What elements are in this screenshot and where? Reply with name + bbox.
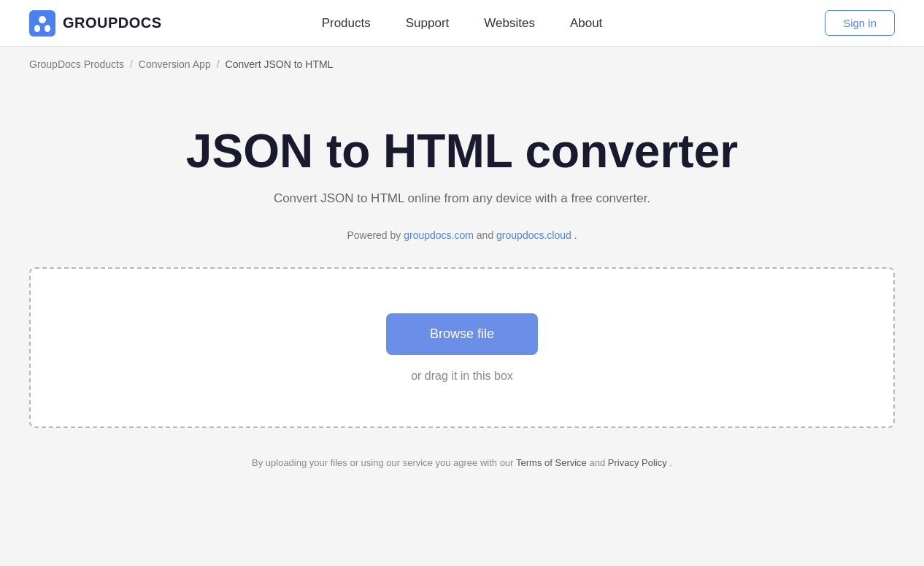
footer-note-prefix: By uploading your files or using our ser…	[252, 457, 516, 468]
footer-and: and	[589, 457, 607, 468]
nav-about[interactable]: About	[570, 16, 602, 31]
nav-support[interactable]: Support	[406, 16, 450, 31]
breadcrumb-separator-1: /	[130, 58, 133, 70]
footer-note: By uploading your files or using our ser…	[252, 457, 672, 468]
breadcrumb-conversion-app[interactable]: Conversion App	[139, 58, 211, 70]
logo-text: GROUPDOCS	[63, 15, 162, 31]
breadcrumb-separator-2: /	[217, 58, 220, 70]
terms-of-service-link[interactable]: Terms of Service	[516, 457, 587, 468]
svg-point-1	[39, 16, 46, 23]
nav-products[interactable]: Products	[322, 16, 371, 31]
svg-point-3	[45, 25, 50, 32]
signin-button[interactable]: Sign in	[825, 10, 895, 36]
breadcrumb: GroupDocs Products / Conversion App / Co…	[0, 47, 924, 82]
powered-by-text: Powered by	[347, 229, 404, 241]
powered-by: Powered by groupdocs.com and groupdocs.c…	[347, 229, 577, 241]
nav-websites[interactable]: Websites	[484, 16, 535, 31]
logo-area: GROUPDOCS	[29, 10, 162, 37]
drag-hint-text: or drag it in this box	[411, 370, 513, 383]
breadcrumb-groupdocs-products[interactable]: GroupDocs Products	[29, 58, 124, 70]
page-subtitle: Convert JSON to HTML online from any dev…	[274, 191, 650, 206]
powered-period: .	[574, 229, 577, 241]
page-title: JSON to HTML converter	[186, 126, 738, 177]
groupdocs-cloud-link[interactable]: groupdocs.cloud	[496, 229, 571, 241]
privacy-policy-link[interactable]: Privacy Policy	[608, 457, 667, 468]
navbar-right: Sign in	[825, 10, 895, 36]
groupdocs-logo-icon	[29, 10, 55, 37]
footer-period: .	[669, 457, 672, 468]
main-content: JSON to HTML converter Convert JSON to H…	[0, 82, 924, 497]
breadcrumb-current: Convert JSON to HTML	[226, 58, 334, 70]
groupdocs-com-link[interactable]: groupdocs.com	[404, 229, 474, 241]
upload-dropzone[interactable]: Browse file or drag it in this box	[29, 267, 895, 428]
powered-and: and	[477, 229, 496, 241]
svg-point-2	[34, 25, 40, 32]
nav-links: Products Support Websites About	[322, 16, 603, 31]
browse-file-button[interactable]: Browse file	[386, 313, 538, 355]
navbar: GROUPDOCS Products Support Websites Abou…	[0, 0, 924, 47]
